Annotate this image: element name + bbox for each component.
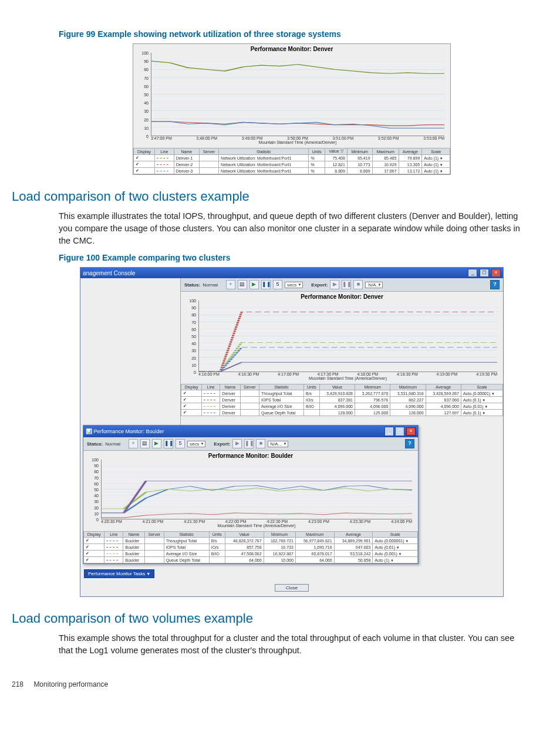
table-header[interactable]: Statistic — [259, 384, 303, 390]
table-header[interactable]: Server — [199, 148, 218, 155]
table-header[interactable]: Value — [319, 384, 355, 390]
table-header[interactable]: Scale — [461, 384, 502, 390]
table-header[interactable]: Name — [174, 148, 199, 155]
boulder-status-label: Status: — [87, 441, 103, 447]
table-header[interactable]: Statistic — [164, 532, 209, 538]
display-checkbox[interactable]: ✔ — [134, 161, 155, 168]
table-header[interactable]: Name — [123, 532, 145, 538]
boulder-chart: 1009080 706050 403020 100 4:20:30 PM4:21… — [87, 460, 414, 530]
na-button[interactable]: N/A... — [365, 282, 383, 288]
boulder-window-title: Performance Monitor: Boulder — [94, 428, 164, 434]
add-button[interactable]: + — [226, 280, 235, 289]
table-header[interactable]: Minimum — [355, 384, 390, 390]
table-header[interactable]: Value — [225, 532, 264, 538]
export-stop-icon[interactable]: ■ — [353, 280, 363, 289]
scale-select[interactable]: Auto (1) — [422, 155, 450, 161]
units-cell: B/s — [303, 390, 319, 397]
minimize-icon[interactable]: _ — [468, 269, 477, 277]
scale-select[interactable]: Auto (1) — [422, 161, 450, 168]
time-unit-select[interactable]: secs — [285, 282, 303, 288]
table-header[interactable]: Line — [104, 532, 123, 538]
x-tick: 3:48:00 PM — [196, 136, 217, 140]
scale-select[interactable]: Auto (0.1) — [461, 410, 502, 416]
table-header[interactable]: Name — [220, 384, 240, 390]
table-header[interactable]: Minimum — [347, 148, 372, 155]
boulder-na-button[interactable]: N/A... — [268, 441, 288, 447]
boulder-interval-stepper[interactable]: 5 — [176, 439, 185, 448]
interval-stepper[interactable]: 5 — [273, 280, 282, 289]
table-header[interactable]: Line — [155, 148, 174, 155]
display-checkbox[interactable]: ✔ — [134, 155, 155, 161]
scale-select[interactable]: Auto (1) — [422, 168, 450, 174]
minimum-cell: 10.000 — [264, 557, 295, 563]
display-checkbox[interactable]: ✔ — [84, 551, 104, 557]
close-button[interactable]: Close — [275, 584, 309, 592]
table-header[interactable]: Value ▽ — [325, 148, 348, 155]
table-header[interactable]: Line — [201, 384, 220, 390]
boulder-export-stop-icon[interactable]: ■ — [256, 439, 265, 448]
x-tick: 4:21:00 PM — [143, 519, 164, 524]
table-header[interactable]: Server — [145, 532, 164, 538]
boulder-add-button[interactable]: + — [129, 439, 138, 448]
table-header[interactable]: Maximum — [295, 532, 334, 538]
table-header[interactable]: Average — [399, 148, 422, 155]
pause-icon[interactable]: ❚❚ — [261, 280, 271, 289]
table-header[interactable]: Statistic — [219, 148, 309, 155]
boulder-maximize-icon[interactable]: □ — [395, 427, 404, 436]
name-cell: Boulder — [123, 557, 145, 563]
figure-99-y-axis: 1009080 706050 403020 100 — [137, 53, 150, 136]
maximize-icon[interactable]: □ — [480, 269, 489, 277]
boulder-export-pause-icon[interactable]: ❚❚ — [244, 439, 254, 448]
scale-select[interactable]: Auto (0.01) — [461, 403, 502, 410]
name-cell: Denver — [220, 410, 240, 416]
display-checkbox[interactable]: ✔ — [181, 397, 202, 403]
x-tick: 4:19:30 PM — [476, 372, 497, 376]
scale-select[interactable]: Auto (1) — [373, 557, 418, 563]
scale-select[interactable]: Auto (0.000001) — [373, 538, 418, 544]
boulder-play-icon[interactable]: ▶ — [152, 439, 161, 448]
display-checkbox[interactable]: ✔ — [181, 410, 202, 416]
value-cell: 837.381 — [319, 397, 355, 403]
scale-select[interactable]: Auto (0.1) — [461, 397, 502, 403]
table-header[interactable]: Maximum — [372, 148, 399, 155]
table-header[interactable]: Units — [303, 384, 319, 390]
table-header[interactable]: Server — [240, 384, 259, 390]
display-checkbox[interactable]: ✔ — [134, 168, 155, 174]
boulder-pause-icon[interactable]: ❚❚ — [164, 439, 173, 448]
export-play-icon[interactable]: ▶ — [330, 280, 339, 289]
export-pause-icon[interactable]: ❚❚ — [342, 280, 351, 289]
display-checkbox[interactable]: ✔ — [84, 557, 104, 563]
scale-select[interactable]: Auto (0.00001) — [461, 390, 502, 397]
display-checkbox[interactable]: ✔ — [84, 544, 104, 551]
display-checkbox[interactable]: ✔ — [181, 403, 202, 410]
boulder-help-icon[interactable]: ? — [405, 439, 414, 448]
x-tick: 3:50:00 PM — [287, 136, 308, 140]
table-header[interactable]: Maximum — [390, 384, 426, 390]
table-header[interactable]: Display — [84, 532, 104, 538]
close-icon[interactable]: × — [491, 269, 501, 277]
table-header[interactable]: Average — [334, 532, 373, 538]
section-1-paragraph: This example illustrates the total IOPS,… — [59, 210, 525, 247]
boulder-close-icon[interactable]: × — [406, 427, 416, 436]
table-header[interactable]: Display — [134, 148, 155, 155]
scale-select[interactable]: Auto (0.01) — [373, 544, 418, 551]
table-header[interactable]: Units — [309, 148, 325, 155]
display-checkbox[interactable]: ✔ — [181, 390, 202, 397]
table-header[interactable]: Units — [209, 532, 225, 538]
display-checkbox[interactable]: ✔ — [84, 538, 104, 544]
help-icon[interactable]: ? — [490, 280, 500, 289]
boulder-export-play-icon[interactable]: ▶ — [232, 439, 242, 448]
scale-select[interactable]: Auto (0.001) — [373, 551, 418, 557]
table-header[interactable]: Scale — [373, 532, 418, 538]
table-header[interactable]: Scale — [422, 148, 450, 155]
remove-button[interactable]: ▤ — [238, 280, 247, 289]
table-header[interactable]: Minimum — [264, 532, 295, 538]
table-header[interactable]: Display — [181, 384, 202, 390]
boulder-time-unit-select[interactable]: secs — [187, 441, 205, 447]
table-header[interactable]: Average — [426, 384, 461, 390]
boulder-minimize-icon[interactable]: _ — [384, 427, 394, 436]
play-icon[interactable]: ▶ — [249, 280, 259, 289]
perf-monitor-tasks-button[interactable]: Performance Monitor Tasks — [84, 569, 154, 578]
boulder-remove-button[interactable]: ▤ — [140, 439, 150, 448]
figure-99-x-axis: 3:47:00 PM3:48:00 PM3:49:00 PM3:50:00 PM… — [151, 136, 444, 147]
